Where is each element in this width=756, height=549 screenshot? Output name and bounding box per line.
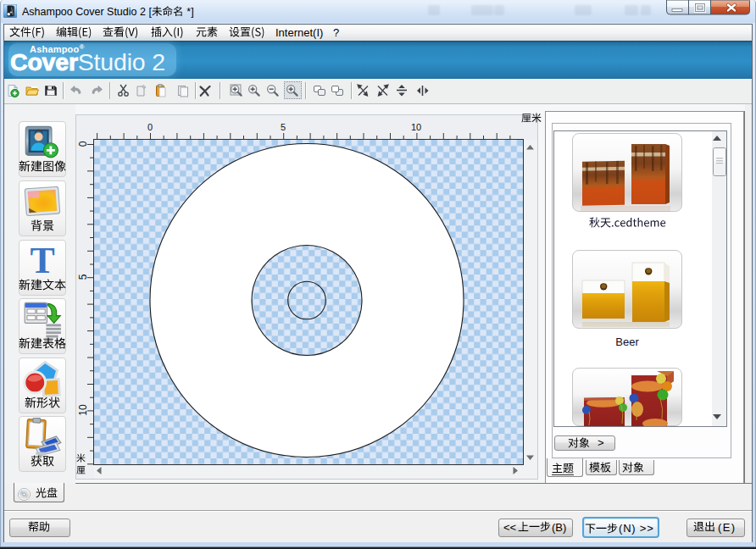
svg-text:T: T xyxy=(30,241,54,280)
